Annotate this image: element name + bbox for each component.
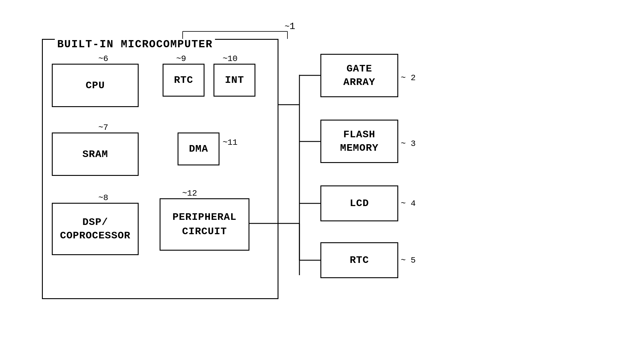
dma-ref: ~11 [222, 138, 237, 147]
diagram-container: ~1 BUILT-IN MICROCOMPUTER CPU ~6 SRAM ~7… [24, 15, 608, 344]
ref-1: ~1 [284, 21, 295, 32]
cpu-ref: ~6 [98, 54, 108, 63]
dsp-ref: ~8 [98, 193, 108, 202]
rtc-label: RTC [174, 74, 193, 86]
dsp-label: DSP/ COPROCESSOR [60, 216, 130, 242]
outer-box: BUILT-IN MICROCOMPUTER CPU ~6 SRAM ~7 DS… [42, 39, 278, 299]
cpu-label: CPU [86, 80, 105, 91]
rtc-box: RTC [163, 64, 205, 97]
peripheral-ref: ~12 [182, 189, 197, 198]
dsp-box: DSP/ COPROCESSOR [52, 203, 139, 255]
outer-box-label: BUILT-IN MICROCOMPUTER [55, 38, 215, 51]
rtc-ext-ref: ~ 5 [401, 256, 416, 265]
peripheral-box: PERIPHERAL CIRCUIT [160, 198, 249, 251]
cpu-box: CPU [52, 64, 139, 107]
rtc-ext-label: RTC [350, 255, 369, 266]
sram-label: SRAM [82, 149, 108, 160]
peripheral-label: PERIPHERAL CIRCUIT [172, 210, 237, 239]
gate-array-label: GATE ARRAY [343, 62, 375, 89]
sram-box: SRAM [52, 132, 139, 176]
rtc-ref: ~9 [176, 54, 186, 63]
flash-memory-ref: ~ 3 [401, 139, 416, 148]
lcd-label: LCD [350, 198, 369, 209]
dma-box: DMA [178, 132, 219, 165]
gate-array-ref: ~ 2 [401, 73, 416, 83]
int-box: INT [213, 64, 255, 97]
dma-label: DMA [189, 143, 208, 155]
sram-ref: ~7 [98, 123, 108, 132]
rtc-ext-box: RTC [320, 242, 398, 278]
lcd-box: LCD [320, 185, 398, 221]
flash-memory-box: FLASH MEMORY [320, 120, 398, 163]
int-ref: ~10 [222, 54, 237, 63]
gate-array-box: GATE ARRAY [320, 54, 398, 97]
flash-memory-label: FLASH MEMORY [340, 128, 378, 154]
lcd-ref: ~ 4 [401, 199, 416, 208]
int-label: INT [225, 74, 244, 86]
